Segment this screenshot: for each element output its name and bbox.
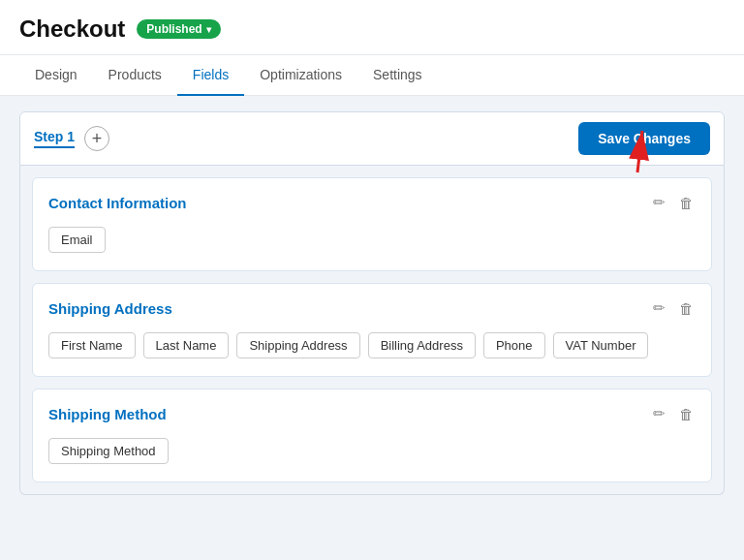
- edit-icon: ✏: [653, 194, 666, 211]
- contact-fields: Email: [48, 227, 696, 253]
- sections-wrapper: Contact Information ✏ 🗑 Email Shipping A…: [19, 166, 725, 495]
- edit-contact-button[interactable]: ✏: [651, 192, 667, 213]
- section-title-shipping-address: Shipping Address: [48, 300, 172, 317]
- field-tag-email: Email: [48, 227, 106, 253]
- add-step-button[interactable]: +: [84, 126, 109, 151]
- published-badge[interactable]: Published ▾: [137, 19, 220, 39]
- shipping-address-fields: First Name Last Name Shipping Address Bi…: [48, 332, 696, 358]
- page-header: Checkout Published ▾: [0, 0, 744, 55]
- field-tag-phone: Phone: [483, 332, 545, 358]
- section-shipping-address: Shipping Address ✏ 🗑 First Name Last Nam…: [32, 283, 712, 377]
- section-title-shipping-method: Shipping Method: [48, 406, 167, 422]
- trash-icon: 🗑: [679, 300, 694, 317]
- tab-fields[interactable]: Fields: [177, 55, 244, 96]
- tab-design[interactable]: Design: [19, 55, 93, 96]
- field-tag-shipping-method: Shipping Method: [48, 438, 169, 464]
- delete-shipping-method-button[interactable]: 🗑: [677, 404, 696, 424]
- section-actions-contact: ✏ 🗑: [651, 192, 696, 213]
- trash-icon: 🗑: [679, 195, 694, 211]
- edit-icon: ✏: [653, 299, 666, 317]
- step-bar: Step 1 + Save Changes: [19, 111, 725, 166]
- section-contact-information: Contact Information ✏ 🗑 Email: [32, 177, 712, 271]
- section-header-shipping-method: Shipping Method ✏ 🗑: [48, 403, 696, 424]
- shipping-method-fields: Shipping Method: [48, 438, 696, 464]
- delete-shipping-address-button[interactable]: 🗑: [677, 298, 696, 319]
- field-tag-last-name: Last Name: [143, 332, 230, 358]
- section-shipping-method: Shipping Method ✏ 🗑 Shipping Method: [32, 389, 712, 482]
- section-actions-shipping-address: ✏ 🗑: [651, 297, 696, 319]
- main-content: Step 1 + Save Changes Contact Informatio…: [0, 96, 744, 560]
- save-changes-button[interactable]: Save Changes: [578, 122, 710, 155]
- section-actions-shipping-method: ✏ 🗑: [651, 403, 696, 424]
- edit-icon: ✏: [653, 405, 666, 422]
- delete-contact-button[interactable]: 🗑: [677, 193, 696, 213]
- section-header-contact: Contact Information ✏ 🗑: [48, 192, 696, 213]
- tab-settings[interactable]: Settings: [357, 55, 438, 96]
- step-1-tab[interactable]: Step 1: [34, 129, 75, 148]
- field-tag-first-name: First Name: [48, 332, 136, 358]
- tab-products[interactable]: Products: [93, 55, 177, 96]
- section-header-shipping-address: Shipping Address ✏ 🗑: [48, 297, 696, 319]
- section-title-contact: Contact Information: [48, 195, 187, 211]
- field-tag-vat-number: VAT Number: [553, 332, 649, 358]
- tab-optimizations[interactable]: Optimizations: [244, 55, 357, 96]
- field-tag-billing-address: Billing Address: [368, 332, 476, 358]
- page-title: Checkout: [19, 16, 125, 43]
- edit-shipping-method-button[interactable]: ✏: [651, 403, 667, 424]
- plus-icon: +: [92, 129, 103, 149]
- published-label: Published: [146, 22, 202, 36]
- field-tag-shipping-address: Shipping Address: [236, 332, 359, 358]
- trash-icon: 🗑: [679, 406, 694, 422]
- step-bar-left: Step 1 +: [34, 126, 109, 151]
- chevron-down-icon: ▾: [206, 24, 211, 35]
- edit-shipping-address-button[interactable]: ✏: [651, 297, 667, 319]
- nav-tabs: Design Products Fields Optimizations Set…: [0, 55, 744, 96]
